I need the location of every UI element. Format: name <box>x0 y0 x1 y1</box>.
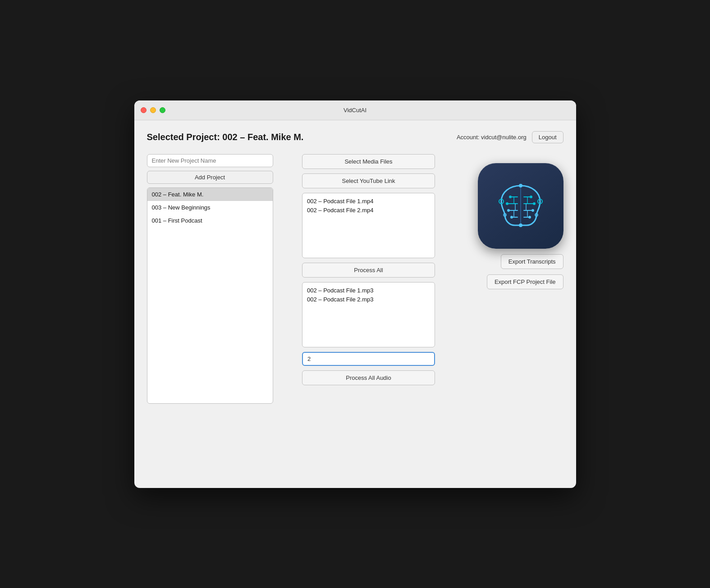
svg-point-17 <box>531 209 534 212</box>
minimize-button[interactable] <box>150 107 156 113</box>
app-window: VidCutAI Selected Project: 002 – Feat. M… <box>134 100 576 488</box>
svg-point-4 <box>506 202 508 205</box>
audio-input[interactable] <box>302 352 435 366</box>
audio-files-list: 002 – Podcast File 1.mp3 002 – Podcast F… <box>302 282 435 347</box>
main-content-area: Select Media Files Select YouTube Link 0… <box>282 154 563 404</box>
center-column: Select Media Files Select YouTube Link 0… <box>282 154 455 404</box>
video-file-item: 002 – Podcast File 2.mp4 <box>307 206 430 215</box>
process-all-button[interactable]: Process All <box>302 263 435 278</box>
svg-point-19 <box>528 216 531 219</box>
audio-file-item: 002 – Podcast File 1.mp3 <box>307 286 430 296</box>
ai-logo <box>478 163 563 249</box>
select-media-button[interactable]: Select Media Files <box>302 154 435 169</box>
account-label: Account: vidcut@nulite.org <box>457 134 527 141</box>
video-files-list: 002 – Podcast File 1.mp4 002 – Podcast F… <box>302 193 435 258</box>
process-all-audio-button[interactable]: Process All Audio <box>302 370 435 385</box>
left-panel: Add Project 002 – Feat. Mike M. 003 – Ne… <box>147 154 273 404</box>
project-list: 002 – Feat. Mike M. 003 – New Beginnings… <box>147 187 273 404</box>
svg-point-15 <box>533 202 536 205</box>
account-section: Account: vidcut@nulite.org Logout <box>457 131 563 143</box>
add-project-button[interactable]: Add Project <box>147 171 273 184</box>
traffic-lights <box>141 107 165 113</box>
project-name-input[interactable] <box>147 154 273 167</box>
header-row: Selected Project: 002 – Feat. Mike M. Ac… <box>147 131 563 143</box>
video-file-item: 002 – Podcast File 1.mp4 <box>307 197 430 206</box>
audio-file-item: 002 – Podcast File 2.mp3 <box>307 295 430 305</box>
svg-point-24 <box>519 223 522 227</box>
maximize-button[interactable] <box>160 107 165 113</box>
main-content: Selected Project: 002 – Feat. Mike M. Ac… <box>134 120 576 488</box>
logout-button[interactable]: Logout <box>532 131 563 143</box>
svg-point-23 <box>519 184 522 187</box>
export-fcp-button[interactable]: Export FCP Project File <box>487 274 563 289</box>
svg-point-8 <box>510 216 513 219</box>
project-item[interactable]: 002 – Feat. Mike M. <box>147 188 273 201</box>
main-layout: Add Project 002 – Feat. Mike M. 003 – Ne… <box>147 154 563 404</box>
close-button[interactable] <box>141 107 147 113</box>
export-transcripts-button[interactable]: Export Transcripts <box>501 254 563 269</box>
project-item[interactable]: 001 – First Podcast <box>147 214 273 227</box>
brain-svg <box>487 172 554 240</box>
project-item[interactable]: 003 – New Beginnings <box>147 201 273 214</box>
select-youtube-button[interactable]: Select YouTube Link <box>302 173 435 188</box>
selected-project-title: Selected Project: 002 – Feat. Mike M. <box>147 132 304 142</box>
window-title: VidCutAI <box>344 107 366 114</box>
svg-point-13 <box>530 196 532 198</box>
svg-point-2 <box>509 196 512 198</box>
right-side: Export Transcripts Export FCP Project Fi… <box>464 154 563 404</box>
svg-point-6 <box>507 209 510 212</box>
title-bar: VidCutAI <box>134 100 576 120</box>
